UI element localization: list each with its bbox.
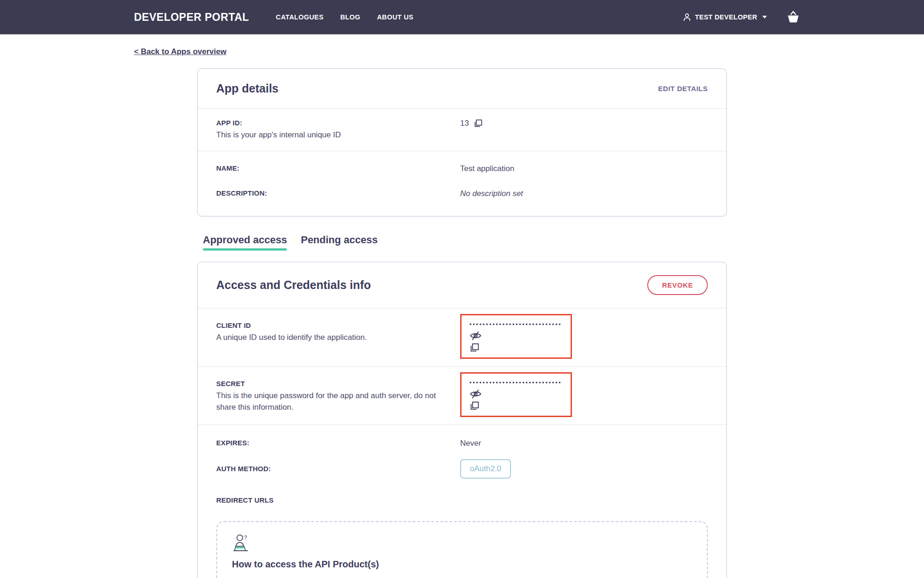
app-name-row: NAME: Test application [198,151,726,174]
app-details-header: App details EDIT DETAILS [198,69,726,108]
app-description-row: DESCRIPTION: No description set [198,174,726,216]
secret-row: SECRET This is the unique password for t… [198,367,726,424]
client-id-value-box: •••••••••••••••••••••••••••••• [460,314,572,359]
app-id-row: APP ID: This is your app's internal uniq… [198,109,726,151]
app-id-label: APP ID: [216,118,460,128]
client-id-label: CLIENT ID [216,320,438,331]
copy-icon[interactable] [474,119,482,128]
auth-method-row: AUTH METHOD: oAuth2.0 [198,452,726,486]
chevron-down-icon [762,16,767,18]
user-menu[interactable]: TEST DEVELOPER [682,12,767,22]
expires-label: EXPIRES: [216,438,460,448]
eye-slash-icon[interactable] [469,389,482,399]
person-icon [682,12,692,22]
secret-description: This is the unique password for the app … [216,390,438,413]
app-details-card: App details EDIT DETAILS APP ID: This is… [197,68,727,216]
credentials-header: Access and Credentials info REVOKE [198,262,726,308]
credentials-title: Access and Credentials info [216,278,371,292]
user-name-label: TEST DEVELOPER [695,13,757,21]
client-id-row: CLIENT ID A unique ID used to identify t… [198,308,726,366]
top-navbar: DEVELOPER PORTAL CATALOGUES BLOG ABOUT U… [0,0,924,34]
brand-title[interactable]: DEVELOPER PORTAL [134,11,249,24]
basket-icon[interactable] [786,11,800,24]
client-id-masked-value: •••••••••••••••••••••••••••••• [469,321,562,328]
credentials-card: Access and Credentials info REVOKE CLIEN… [197,262,727,578]
page-content: < Back to Apps overview App details EDIT… [134,34,790,578]
secret-label: SECRET [216,379,438,389]
how-to-access-title: How to access the API Product(s) [232,559,692,570]
app-description-label: DESCRIPTION: [216,188,460,198]
app-id-value-text: 13 [460,118,469,129]
edit-details-button[interactable]: EDIT DETAILS [658,85,708,92]
redirect-urls-label: REDIRECT URLS [216,495,460,505]
nav-link-catalogues[interactable]: CATALOGUES [276,13,323,21]
secret-labels: SECRET This is the unique password for t… [216,372,438,413]
client-id-labels: CLIENT ID A unique ID used to identify t… [216,314,438,343]
app-name-value: Test application [460,163,708,174]
revoke-button[interactable]: REVOKE [647,275,708,295]
auth-method-value: oAuth2.0 [460,459,708,479]
app-id-value: 13 [460,118,708,129]
back-to-apps-link[interactable]: < Back to Apps overview [134,47,226,56]
access-tabs: Approved access Pending access [197,234,727,251]
tab-pending-access[interactable]: Pending access [301,234,377,251]
app-details-title: App details [216,82,279,95]
copy-icon[interactable] [469,343,479,353]
client-id-description: A unique ID used to identify the applica… [216,332,438,343]
app-name-label: NAME: [216,163,460,173]
redirect-urls-row: REDIRECT URLS [198,486,726,510]
svg-text:?: ? [244,534,247,541]
auth-method-chip: oAuth2.0 [460,459,511,479]
main-nav: CATALOGUES BLOG ABOUT US [276,13,413,21]
secret-value-box: •••••••••••••••••••••••••••••• [460,372,572,417]
app-id-labels: APP ID: This is your app's internal uniq… [216,118,460,141]
auth-method-label: AUTH METHOD: [216,459,460,474]
expires-value: Never [460,438,708,449]
app-description-value: No description set [460,188,708,199]
expires-row: EXPIRES: Never [198,425,726,452]
copy-icon[interactable] [469,401,479,411]
person-laptop-icon: ? [232,533,692,555]
tab-approved-access[interactable]: Approved access [203,234,287,251]
how-to-access-box: ? How to access the API Product(s) Copy … [216,521,708,578]
nav-link-about-us[interactable]: ABOUT US [377,13,413,21]
secret-masked-value: •••••••••••••••••••••••••••••• [469,379,562,387]
app-id-description: This is your app's internal unique ID [216,129,460,141]
eye-slash-icon[interactable] [469,331,482,341]
nav-link-blog[interactable]: BLOG [340,13,360,21]
